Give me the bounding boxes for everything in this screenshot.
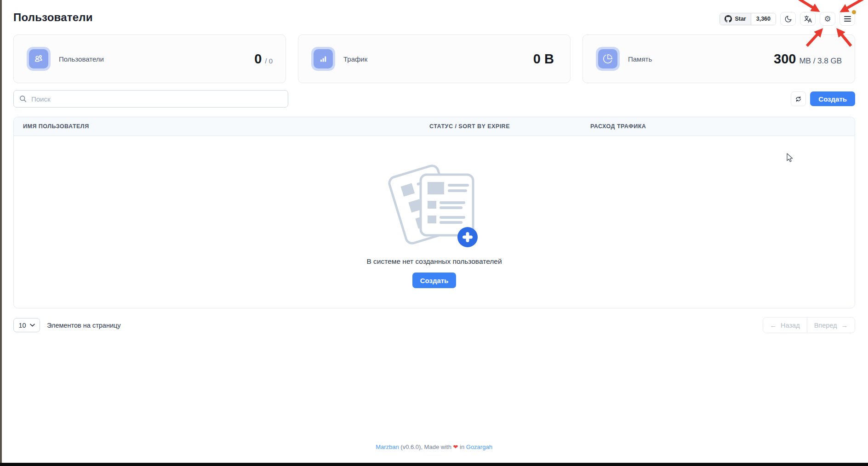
traffic-stat-label: Трафик (343, 55, 367, 63)
search-box (13, 90, 288, 108)
moon-icon (784, 15, 792, 23)
annotation-arrow-top-left (799, 0, 817, 10)
memory-stat-value: 300 MB / 3.8 GB (774, 51, 842, 67)
empty-documents-illustration (386, 156, 483, 250)
memory-icon-chip (596, 47, 620, 71)
footer-version-text: (v0.6.0), Made with (400, 443, 451, 450)
gozargah-link[interactable]: Gozargah (466, 443, 492, 450)
github-star-label: Star (735, 16, 746, 22)
page-size-label: Элементов на страницу (47, 322, 121, 329)
table-header-row: ИМЯ ПОЛЬЗОВАТЕЛЯ СТАТУС / SORT BY EXPIRE… (14, 117, 855, 136)
page-title: Пользователи (13, 11, 93, 24)
gear-icon: ⚙ (824, 15, 831, 23)
github-star-button[interactable]: Star (720, 13, 751, 25)
arrow-right-icon: → (841, 322, 848, 329)
page-size-value: 10 (18, 322, 26, 329)
footer: Marzban (v0.6.0), Made with ❤ in Gozarga… (0, 443, 868, 450)
users-table: ИМЯ ПОЛЬЗОВАТЕЛЯ СТАТУС / SORT BY EXPIRE… (13, 117, 855, 308)
column-header-traffic[interactable]: РАСХОД ТРАФИКА (581, 123, 855, 130)
github-star-badge[interactable]: Star 3,360 (720, 13, 776, 25)
empty-create-button[interactable]: Создать (412, 273, 457, 288)
dark-mode-button[interactable] (780, 12, 796, 26)
pager-group: ← Назад Вперед → (763, 317, 855, 333)
notification-dot (852, 10, 856, 14)
hamburger-icon (844, 16, 851, 22)
bar-chart-icon (318, 54, 328, 64)
header-controls: Star 3,360 ⚙ (720, 12, 855, 26)
stat-cards: Пользователи 0 / 0 Трафик 0 B (13, 34, 855, 83)
pie-chart-icon (603, 54, 613, 64)
users-stat-value: 0 / 0 (254, 51, 273, 67)
traffic-stat-card: Трафик 0 B (298, 34, 571, 83)
pagination-bar: 10 Элементов на страницу ← Назад Вперед … (13, 317, 855, 333)
empty-state: В системе нет созданных пользователей Со… (14, 136, 855, 308)
users-stat-card: Пользователи 0 / 0 (13, 34, 286, 83)
add-plus-icon (457, 227, 478, 247)
window-left-edge (0, 0, 2, 466)
marzban-link[interactable]: Marzban (376, 443, 399, 450)
column-header-username[interactable]: ИМЯ ПОЛЬЗОВАТЕЛЯ (14, 123, 420, 130)
users-toolbar: Создать (13, 90, 855, 108)
translate-icon (804, 15, 812, 23)
heart-icon: ❤ (453, 443, 458, 450)
annotation-arrow-top-right (843, 0, 863, 11)
footer-in-text: in (460, 443, 464, 450)
users-stat-label: Пользователи (59, 55, 104, 63)
empty-state-message: В системе нет созданных пользователей (366, 257, 502, 266)
traffic-stat-value: 0 B (533, 51, 557, 67)
github-icon (725, 15, 732, 23)
github-star-count[interactable]: 3,360 (751, 13, 776, 25)
language-button[interactable] (800, 12, 816, 26)
search-input[interactable] (13, 90, 288, 108)
top-bar: Пользователи Star 3,360 (13, 11, 855, 26)
toolbar-actions: Создать (791, 91, 855, 106)
marzban-users-page: Пользователи Star 3,360 (0, 0, 868, 466)
traffic-icon-chip (311, 47, 335, 71)
memory-stat-label: Память (628, 55, 652, 63)
menu-button[interactable] (839, 12, 855, 26)
next-page-button[interactable]: Вперед → (807, 318, 855, 333)
prev-page-button[interactable]: ← Назад (763, 318, 807, 333)
refresh-icon (794, 95, 802, 103)
column-header-status-sort[interactable]: СТАТУС / SORT BY EXPIRE (420, 123, 581, 130)
window-bottom-edge (0, 463, 868, 466)
refresh-button[interactable] (791, 91, 806, 106)
settings-button[interactable]: ⚙ (820, 12, 835, 26)
memory-stat-card: Память 300 MB / 3.8 GB (582, 34, 855, 83)
page-size-select[interactable]: 10 (13, 318, 40, 332)
users-icon (33, 53, 44, 64)
users-icon-chip (27, 47, 51, 71)
chevron-down-icon (30, 324, 35, 327)
create-user-button[interactable]: Создать (810, 91, 855, 106)
arrow-left-icon: ← (770, 322, 777, 329)
